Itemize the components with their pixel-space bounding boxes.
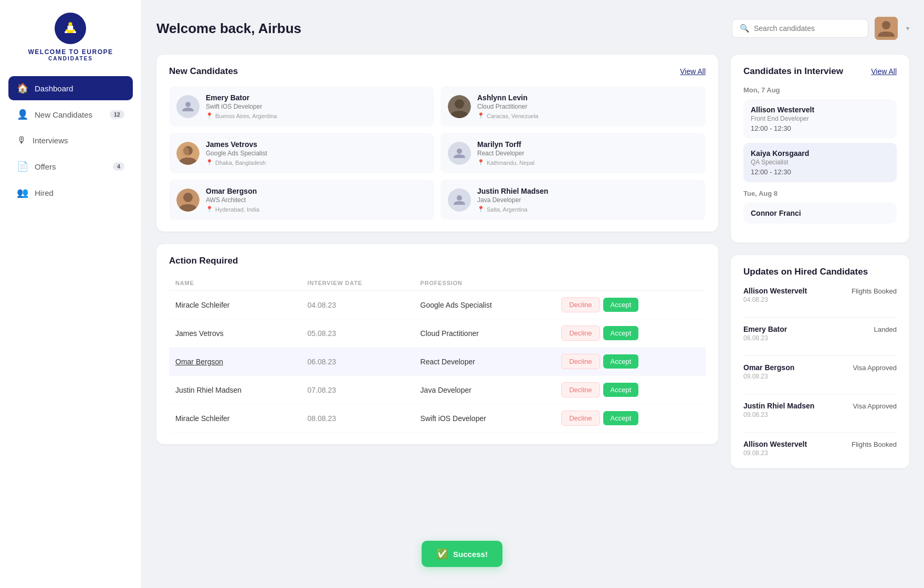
- candidate-name: Omar Bergson: [206, 187, 259, 195]
- accept-button[interactable]: Accept: [603, 298, 639, 312]
- hired-divider: [743, 355, 897, 356]
- candidate-avatar: [176, 188, 200, 212]
- mic-icon: 🎙: [17, 135, 26, 146]
- logo-title: WELCOME TO EUROPE: [28, 48, 113, 56]
- interviews-card: Candidates in Interview View All Mon, 7 …: [731, 55, 909, 243]
- hired-status: Flights Booked: [852, 287, 897, 295]
- decline-button[interactable]: Decline: [561, 354, 600, 369]
- interviews-header: Candidates in Interview View All: [743, 66, 897, 77]
- hired-divider: [743, 432, 897, 433]
- row-actions: Decline Accept: [555, 319, 706, 348]
- col-date: INTERVIEW DATE: [301, 276, 414, 291]
- interview-candidate-name: Connor Franci: [751, 209, 889, 217]
- hired-update-item: Allison Westervelt Flights Booked 04.08.…: [743, 287, 897, 303]
- decline-button[interactable]: Decline: [561, 411, 600, 426]
- toast-icon: ✅: [436, 548, 448, 560]
- row-date: 06.08.23: [301, 348, 414, 376]
- hired-candidate-name: Justin Rhiel Madsen: [743, 402, 814, 410]
- accept-button[interactable]: Accept: [603, 411, 639, 425]
- candidate-role: Java Developer: [477, 196, 548, 204]
- interviews-title: Candidates in Interview: [743, 66, 843, 77]
- candidate-card[interactable]: Justin Rhiel Madsen Java Developer 📍 Sal…: [440, 180, 706, 220]
- action-required-title: Action Required: [169, 256, 238, 266]
- candidate-role: Google Ads Specialist: [206, 150, 267, 157]
- decline-button[interactable]: Decline: [561, 297, 600, 312]
- candidate-info: Ashlynn Levin Cloud Practitioner 📍 Carac…: [477, 93, 538, 119]
- hired-updates-card: Updates on Hired Candidates Allison West…: [731, 255, 909, 468]
- sidebar-item-interviews[interactable]: 🎙 Interviews: [8, 129, 133, 152]
- candidate-card[interactable]: James Vetrovs Google Ads Specialist 📍 Dh…: [169, 133, 434, 173]
- row-actions: Decline Accept: [555, 291, 706, 319]
- candidate-card[interactable]: Marilyn Torff React Developer 📍 Kathmand…: [440, 133, 706, 173]
- candidate-info: Omar Bergson AWS Architect 📍 Hyderabad, …: [206, 187, 259, 213]
- accept-button[interactable]: Accept: [603, 354, 639, 369]
- avatar[interactable]: [875, 17, 898, 40]
- table-row: Omar Bergson 06.08.23 React Developer De…: [169, 348, 706, 376]
- sidebar-item-dashboard[interactable]: 🏠 Dashboard: [8, 76, 133, 100]
- sidebar-item-hired[interactable]: 👥 Hired: [8, 181, 133, 205]
- row-name: Omar Bergson: [169, 348, 301, 376]
- row-profession: Java Developer: [414, 376, 555, 404]
- row-name: Justin Rhiel Madsen: [169, 376, 301, 404]
- new-candidates-view-all[interactable]: View All: [680, 67, 706, 76]
- hired-candidate-name: Allison Westervelt: [743, 287, 807, 295]
- toast-message: Success!: [453, 550, 488, 559]
- hired-updates-title: Updates on Hired Candidates: [743, 267, 868, 277]
- candidate-avatar: [176, 95, 200, 118]
- candidates-grid: Emery Bator Swift iOS Developer 📍 Buenos…: [169, 86, 706, 220]
- interview-day-label: Tue, Aug 8: [743, 190, 897, 197]
- interview-item[interactable]: Kaiya Korsgaard QA Specialist 12:00 - 12…: [743, 143, 897, 182]
- hired-update-item: Justin Rhiel Madsen Visa Approved 09.08.…: [743, 402, 897, 418]
- action-table: NAME INTERVIEW DATE PROFESSION Miracle S…: [169, 276, 706, 433]
- search-input[interactable]: [754, 24, 860, 33]
- svg-point-10: [455, 99, 464, 109]
- chevron-down-icon[interactable]: ▾: [906, 25, 909, 32]
- svg-rect-13: [182, 147, 189, 158]
- hired-date: 09.08.23: [743, 411, 897, 418]
- candidate-card[interactable]: Emery Bator Swift iOS Developer 📍 Buenos…: [169, 86, 434, 127]
- candidate-avatar: [448, 188, 471, 212]
- interview-candidate-name: Kaiya Korsgaard: [751, 149, 889, 158]
- logo-subtitle: CANDIDATES: [48, 56, 93, 61]
- action-required-header: Action Required: [169, 256, 706, 266]
- hired-date: 04.08.23: [743, 296, 897, 303]
- hired-candidate-name: Omar Bergson: [743, 363, 794, 372]
- interview-role: Front End Developer: [751, 115, 889, 122]
- accept-button[interactable]: Accept: [603, 383, 639, 397]
- sidebar-item-new-candidates[interactable]: 👤 New Candidates 12: [8, 102, 133, 127]
- left-column: New Candidates View All Emery Bator Swif…: [156, 55, 718, 468]
- hired-update-item: Allison Westervelt Flights Booked 09.08.…: [743, 440, 897, 457]
- search-area: 🔍 ▾: [732, 17, 909, 40]
- candidate-card[interactable]: Ashlynn Levin Cloud Practitioner 📍 Carac…: [440, 86, 706, 127]
- decline-button[interactable]: Decline: [561, 326, 600, 341]
- hired-item-header: Allison Westervelt Flights Booked: [743, 287, 897, 295]
- add-user-icon: 👤: [17, 109, 28, 120]
- interview-item[interactable]: Connor Franci: [743, 203, 897, 224]
- interview-time: 12:00 - 12:30: [751, 168, 889, 176]
- location-pin-icon: 📍: [477, 159, 485, 166]
- candidate-location: 📍 Caracas, Venezuela: [477, 112, 538, 119]
- svg-point-8: [185, 102, 191, 107]
- hired-divider: [743, 317, 897, 318]
- svg-point-14: [457, 149, 462, 154]
- svg-rect-5: [74, 31, 76, 33]
- sidebar-item-offers[interactable]: 📄 Offers 4: [8, 154, 133, 178]
- hired-update-item: Omar Bergson Visa Approved 09.08.23: [743, 363, 897, 380]
- hired-item-header: Justin Rhiel Madsen Visa Approved: [743, 402, 897, 410]
- candidate-card[interactable]: Omar Bergson AWS Architect 📍 Hyderabad, …: [169, 180, 434, 220]
- new-candidates-header: New Candidates View All: [169, 66, 706, 77]
- col-actions: [555, 276, 706, 291]
- interviews-view-all[interactable]: View All: [871, 67, 897, 76]
- interview-item[interactable]: Allison Westervelt Front End Developer 1…: [743, 99, 897, 139]
- nav-badge-offers: 4: [113, 162, 124, 171]
- hired-update-item: Emery Bator Landed 06.08.23: [743, 325, 897, 342]
- row-actions: Decline Accept: [555, 376, 706, 404]
- accept-button[interactable]: Accept: [603, 326, 639, 340]
- nav-label-hired: Hired: [35, 188, 54, 197]
- hired-item-header: Omar Bergson Visa Approved: [743, 363, 897, 372]
- decline-button[interactable]: Decline: [561, 382, 600, 397]
- candidate-role: Cloud Practitioner: [477, 103, 538, 110]
- table-row: Miracle Schleifer 04.08.23 Google Ads Sp…: [169, 291, 706, 319]
- candidate-info: Justin Rhiel Madsen Java Developer 📍 Sal…: [477, 187, 548, 213]
- row-name: Miracle Schleifer: [169, 291, 301, 319]
